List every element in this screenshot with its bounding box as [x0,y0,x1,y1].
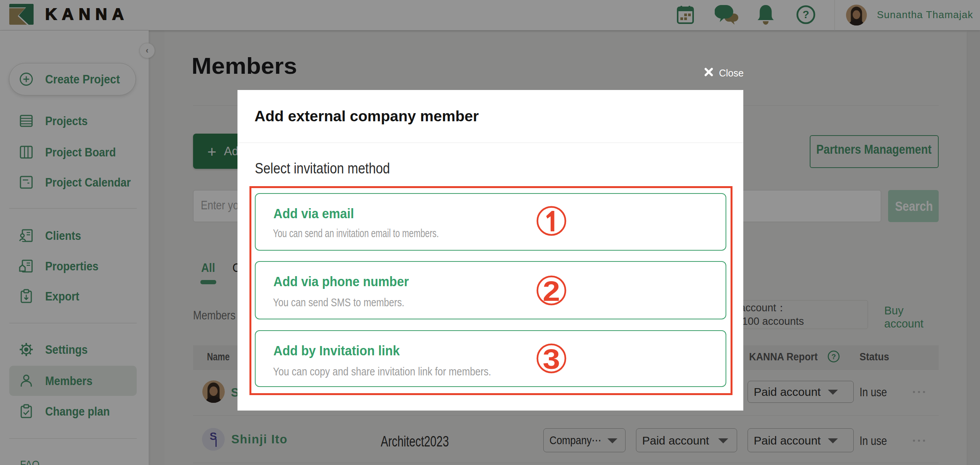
svg-text:2: 2 [543,275,560,306]
svg-text:3: 3 [543,343,560,374]
